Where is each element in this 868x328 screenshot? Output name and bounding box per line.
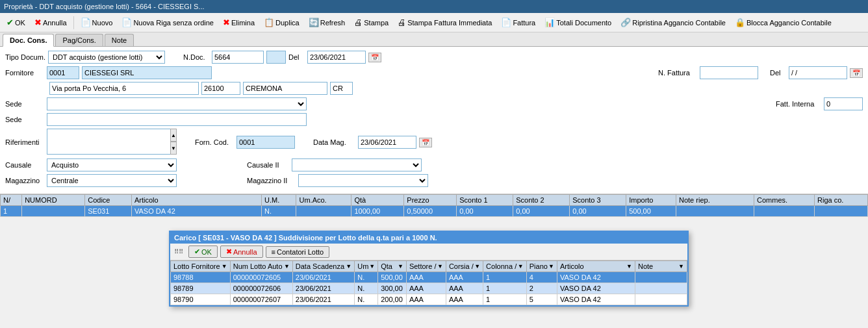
- nuovo-label: Nuovo: [92, 19, 113, 27]
- duplica-button[interactable]: 📋 Duplica: [260, 16, 303, 29]
- annulla-button[interactable]: ✖ Annulla: [31, 16, 71, 29]
- fornitore-cod-input[interactable]: [47, 66, 79, 79]
- form-area: Tipo Docum. DDT acquisto (gestione lotti…: [0, 47, 868, 194]
- magazzino-ii-select[interactable]: [298, 174, 428, 187]
- forn-cod-label: Forn. Cod.: [195, 138, 234, 146]
- data-mag-input[interactable]: [358, 136, 416, 149]
- address-input[interactable]: [49, 82, 199, 95]
- causale-ii-label: Causale II: [247, 161, 289, 169]
- fattura-icon: 📄: [501, 18, 511, 27]
- elimina-icon: ✖: [223, 18, 230, 27]
- col-codice: Codice: [85, 195, 132, 206]
- nfattura-input[interactable]: [700, 66, 758, 79]
- main-grid: N/ NUMORD Codice Articolo U.M. Um.Aco. Q…: [0, 194, 868, 217]
- toolbar: ✔ OK ✖ Annulla 📄 Nuovo 📄 Nuova Riga senz…: [0, 13, 868, 32]
- ndoc-extra-input[interactable]: [266, 51, 286, 64]
- annulla-label: Annulla: [43, 19, 67, 27]
- city-input[interactable]: [243, 82, 327, 95]
- data-mag-calendar-button[interactable]: 📅: [419, 138, 432, 147]
- sede1-select[interactable]: [47, 97, 307, 110]
- causale-ii-select[interactable]: [292, 158, 422, 171]
- elimina-button[interactable]: ✖ Elimina: [219, 16, 259, 29]
- ndoc-label: N.Doc.: [183, 53, 209, 61]
- totali-icon: 📊: [544, 18, 555, 27]
- ok-icon: ✔: [6, 18, 14, 27]
- tab-doc-cons[interactable]: Doc. Cons.: [3, 34, 54, 47]
- refresh-icon: 🔄: [309, 18, 319, 27]
- forn-cod-input[interactable]: [236, 136, 295, 149]
- refresh-button[interactable]: 🔄 Refresh: [305, 16, 350, 29]
- col-prezzo: Prezzo: [404, 195, 457, 206]
- col-numord: NUMORD: [22, 195, 85, 206]
- fornitore-nome-input[interactable]: [82, 66, 212, 79]
- riferimenti-down-button[interactable]: ▼: [170, 142, 177, 155]
- col-qta: Qtà: [351, 195, 404, 206]
- col-um: U.M.: [262, 195, 296, 206]
- fornitore-label: Fornitore: [5, 69, 44, 77]
- cap-input[interactable]: [201, 82, 240, 95]
- stampa-fattura-icon: 🖨: [398, 18, 406, 27]
- riferimenti-label: Riferimenti: [5, 138, 44, 146]
- stampa-button[interactable]: 🖨 Stampa: [350, 16, 392, 29]
- country-input[interactable]: [330, 82, 353, 95]
- form-row-1: Tipo Docum. DDT acquisto (gestione lotti…: [5, 51, 863, 64]
- col-importo: Importo: [626, 195, 676, 206]
- main-grid-area: N/ NUMORD Codice Articolo U.M. Um.Aco. Q…: [0, 194, 868, 217]
- form-row-2: Fornitore N. Fattura Del 📅: [5, 66, 863, 79]
- sede2-input[interactable]: [47, 113, 307, 126]
- col-noteriep: Note riep.: [676, 195, 754, 206]
- nuova-riga-button[interactable]: 📄 Nuova Riga senza ordine: [118, 16, 218, 29]
- col-sc3: Sconto 3: [570, 195, 626, 206]
- form-row-5: Sede: [5, 113, 863, 126]
- ripristina-icon: 🔗: [620, 18, 631, 27]
- grid-header-row: N/ NUMORD Codice Articolo U.M. Um.Aco. Q…: [1, 195, 868, 206]
- totali-label: Totali Documento: [556, 19, 611, 27]
- refresh-label: Refresh: [320, 19, 346, 27]
- del-calendar-button[interactable]: 📅: [368, 53, 381, 62]
- col-sc2: Sconto 2: [513, 195, 570, 206]
- fatt-interna-label: Fatt. Interna: [776, 100, 821, 108]
- tab-note[interactable]: Note: [105, 34, 134, 46]
- riferimenti-textarea[interactable]: [47, 129, 177, 155]
- stampa-fattura-button[interactable]: 🖨 Stampa Fattura Immediata: [394, 16, 496, 29]
- magazzino-select[interactable]: Centrale: [47, 174, 177, 187]
- duplica-label: Duplica: [275, 19, 300, 27]
- form-row-3: [5, 82, 863, 95]
- form-row-8: Magazzino Centrale Magazzino II: [5, 174, 863, 187]
- fattura-button[interactable]: 📄 Fattura: [497, 16, 539, 29]
- magazzino-label: Magazzino: [5, 177, 44, 184]
- blocca-button[interactable]: 🔒 Blocca Aggancio Contabile: [731, 16, 836, 29]
- del2-calendar-button[interactable]: 📅: [850, 68, 863, 78]
- stampa-icon: 🖨: [354, 18, 363, 27]
- form-row-7: Causale Acquisto Causale II: [5, 158, 863, 171]
- col-n: N/: [1, 195, 22, 206]
- totali-button[interactable]: 📊 Totali Documento: [541, 16, 615, 29]
- tab-pag-cons[interactable]: Pag/Cons.: [55, 34, 103, 46]
- stampa-label: Stampa: [364, 19, 389, 27]
- ok-button[interactable]: ✔ OK: [3, 16, 29, 29]
- elimina-label: Elimina: [231, 19, 255, 27]
- nfattura-label: N. Fattura: [658, 69, 697, 77]
- col-umaco: Um.Aco.: [296, 195, 351, 206]
- fatt-interna-input[interactable]: [824, 97, 863, 110]
- nuovo-icon: 📄: [81, 18, 91, 27]
- nuova-riga-icon: 📄: [121, 18, 132, 27]
- blocca-label: Blocca Aggancio Contabile: [747, 19, 832, 27]
- data-mag-label: Data Mag.: [313, 138, 355, 146]
- del-input[interactable]: [307, 51, 366, 64]
- blocca-icon: 🔒: [735, 18, 745, 27]
- title-text: Proprietà - DDT acquisto (gestione lotti…: [4, 3, 205, 10]
- form-row-4: Sede Fatt. Interna: [5, 97, 863, 110]
- col-sc1: Sconto 1: [457, 195, 513, 206]
- causale-select[interactable]: Acquisto: [47, 158, 177, 171]
- riferimenti-up-button[interactable]: ▲: [170, 129, 177, 142]
- ok-label: OK: [15, 19, 25, 27]
- nuovo-button[interactable]: 📄 Nuovo: [77, 16, 117, 29]
- ndoc-input[interactable]: [212, 51, 264, 64]
- del2-input[interactable]: [789, 66, 847, 79]
- title-bar: Proprietà - DDT acquisto (gestione lotti…: [0, 0, 868, 13]
- col-rigaco: Riga co.: [815, 195, 868, 206]
- ripristina-button[interactable]: 🔗 Ripristina Aggancio Contabile: [617, 16, 730, 29]
- tipo-docum-select[interactable]: DDT acquisto (gestione lotti): [48, 51, 165, 64]
- table-row[interactable]: 1SE031VASO DA 42N.1000,000,500000,000,00…: [1, 206, 868, 217]
